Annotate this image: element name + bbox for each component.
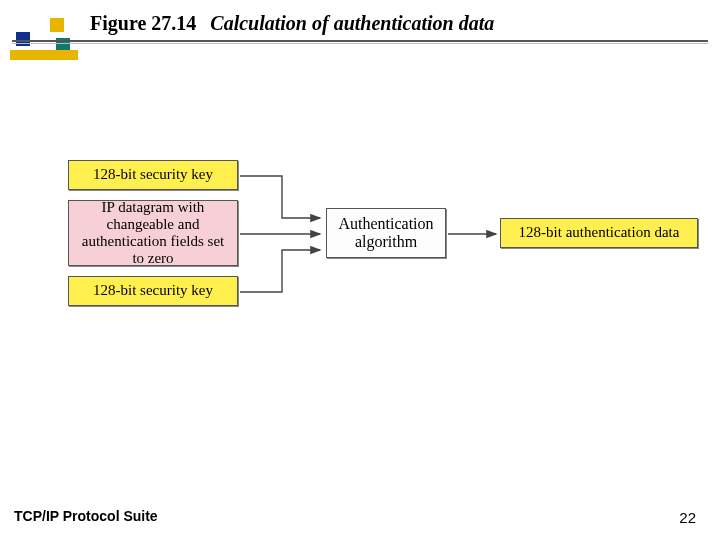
diagram: 128-bit security key IP datagram with ch…: [20, 160, 700, 360]
input-key-top: 128-bit security key: [68, 160, 238, 190]
figure-label: Figure 27.14: [90, 12, 196, 35]
slide: Figure 27.14 Calculation of authenticati…: [0, 0, 720, 540]
input-datagram: IP datagram with changeable and authenti…: [68, 200, 238, 266]
footer-page: 22: [679, 509, 696, 526]
logo-bar-gold: [10, 50, 78, 60]
figure-title: Calculation of authentication data: [210, 12, 494, 35]
title-rule: [12, 40, 708, 42]
footer-source: TCP/IP Protocol Suite: [14, 508, 158, 524]
process-algorithm: Authentication algorithm: [326, 208, 446, 258]
input-key-bottom: 128-bit security key: [68, 276, 238, 306]
output-auth-data: 128-bit authentication data: [500, 218, 698, 248]
title-rule-shadow: [12, 43, 708, 44]
title-bar: Figure 27.14 Calculation of authenticati…: [0, 12, 720, 35]
